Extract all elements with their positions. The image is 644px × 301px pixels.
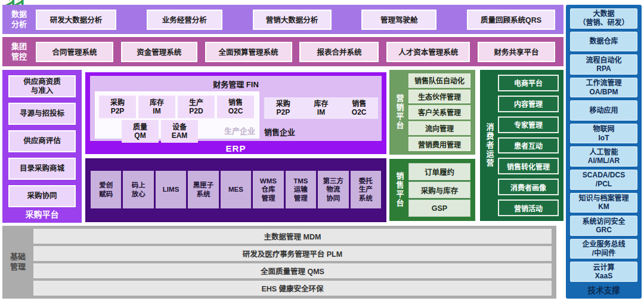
marketing-platform-label: 营销平台 — [392, 73, 407, 151]
budget-mgmt-block: 全面预算管理系统 — [205, 42, 292, 62]
marketing-items: 销售队伍自动化 生态伙伴管理 客户关系管理 流向管理 营销费用管理 — [408, 73, 470, 151]
management-cockpit-block: 管理驾驶舱 — [361, 10, 436, 30]
procurement-platform-label: 采购平台 — [8, 207, 76, 222]
third-party-logistics-block: 第三方 物流 协同 — [318, 171, 348, 208]
module-o2c-sales: 销售 O2C — [340, 97, 378, 119]
tech-support-label: 技术支撑 — [570, 285, 637, 297]
module-p2p-sales: 采购 P2P — [264, 97, 302, 119]
mdm-bar: 主数据管理 MDM — [33, 229, 552, 244]
business-operation-analysis-block: 业务经营分析 — [147, 10, 222, 30]
supplier-evaluation-block: 供应商评估 — [8, 130, 76, 152]
ai-ml-ar-block: 人工智能 AI/ML/AR — [570, 146, 637, 167]
iot-block: 物联网 IoT — [570, 124, 637, 144]
tms-transport-block: TMS 运输 管理 — [286, 171, 316, 208]
sales-force-automation-block: 销售队伍自动化 — [408, 73, 470, 88]
crm-block: 客户关系管理 — [408, 105, 470, 119]
foundation-items: 主数据管理 MDM 研发及医疗事务管理平台 PLM 全面质量管理 QMS EHS… — [33, 229, 552, 296]
lims-block: LIMS — [156, 171, 186, 208]
module-im: 库存 IM — [138, 96, 175, 118]
xaas-cloud-block: 云计算 XaaS — [570, 262, 637, 282]
enterprise-architecture-diagram: 羽 数据 分析 研发大数据分析 业务经营分析 营销大数据分析 管理驾驶舱 质量回… — [0, 0, 644, 301]
marketing-campaign-block: 营销活动 — [498, 199, 559, 216]
module-qm: 质量 QM — [122, 120, 159, 143]
fin-module-area: 财务管理 FIN 采购 P2P 库存 IM 生产 P2D 销售 O2C 质量 Q… — [90, 76, 382, 141]
aichuang-coding-block: 爱创 赋码 — [91, 171, 121, 208]
module-eam: 设备 EAM — [161, 120, 198, 143]
km-block: 知识与档案管理 KM — [570, 193, 637, 213]
group-control-band: 集团 管控 合同管理系统 资金管理系统 全面预算管理系统 报表合并系统 人才资本… — [2, 37, 564, 66]
quality-review-qrs-block: 质量回顾系统QRS — [467, 10, 555, 30]
human-capital-mgmt-block: 人才资本管理系统 — [386, 42, 470, 62]
erp-section: 财务管理 FIN 采购 P2P 库存 IM 生产 P2D 销售 O2C 质量 Q… — [85, 72, 386, 154]
module-im-sales: 库存 IM — [302, 97, 340, 119]
rd-bigdata-analysis-block: 研发大数据分析 — [36, 10, 116, 30]
oa-bpm-block: 工作流管理 OA/BPM — [570, 78, 637, 98]
sales-platform-label: 销售平台 — [392, 163, 407, 217]
plm-bar: 研发及医疗事务管理平台 PLM — [33, 246, 552, 261]
contract-mgmt-block: 合同管理系统 — [36, 42, 113, 62]
execution-systems-section: 爱创 赋码 码上 放心 LIMS 黑匣子 系统 MES WMS 仓库 管理 TM… — [85, 158, 386, 222]
supplier-qualification-block: 供应商资质 与准入 — [8, 75, 76, 97]
catalog-procurement-mall-block: 目录采购商城 — [8, 158, 76, 180]
gsp-block: GSP — [408, 199, 470, 217]
sales-enterprise-modules: 采购 P2P 库存 IM 销售 O2C — [264, 97, 378, 119]
bigdata-block: 大数据 （营销、研发） — [570, 8, 637, 29]
sourcing-bidding-block: 寻源与招投标 — [8, 103, 76, 125]
mes-block: MES — [221, 171, 251, 208]
mashangfangxin-block: 码上 放心 — [123, 171, 153, 208]
consumer-operations-section: 消费者运营 电商平台 内容管理 专家管理 患者互动 销售转化管理 消费者画像 营… — [480, 70, 564, 221]
module-o2c: 销售 O2C — [217, 96, 254, 118]
data-warehouse-block: 数据仓库 — [570, 32, 637, 52]
production-enterprise-group: 采购 P2P 库存 IM 生产 P2D 销售 O2C 质量 QM 设备 EAM … — [95, 91, 259, 139]
treasury-mgmt-block: 资金管理系统 — [121, 42, 197, 62]
report-consolidation-block: 报表合并系统 — [299, 42, 379, 62]
data-analysis-band-label: 数据 分析 — [6, 10, 32, 29]
procurement-collaboration-block: 采购协同 — [8, 185, 76, 207]
sales-conversion-mgmt-block: 销售转化管理 — [498, 158, 559, 174]
sales-enterprise-label: 销售企业 — [264, 126, 295, 137]
group-control-items: 合同管理系统 资金管理系统 全面预算管理系统 报表合并系统 人才资本管理系统 财… — [32, 42, 564, 62]
production-modules-row2: 质量 QM 设备 EAM — [122, 120, 198, 143]
foundation-mgmt-label: 基础 管理 — [2, 252, 33, 272]
sales-platform-items: 订单履约 采购与库存 GSP — [408, 163, 470, 217]
sales-platform-section: 销售平台 订单履约 采购与库存 GSP — [389, 159, 475, 221]
module-p2d: 生产 P2D — [178, 96, 215, 118]
purchase-inventory-block: 采购与库存 — [408, 182, 470, 199]
order-fulfillment-block: 订单履约 — [408, 163, 470, 180]
flow-mgmt-block: 流向管理 — [408, 121, 470, 136]
production-modules-row1: 采购 P2P 库存 IM 生产 P2D 销售 O2C — [99, 96, 254, 118]
ecommerce-platform-block: 电商平台 — [498, 75, 559, 91]
consumer-operations-label: 消费者运营 — [482, 75, 497, 216]
production-enterprise-label: 生产企业 — [224, 125, 255, 136]
rpa-block: 流程自动化 RPA — [570, 54, 637, 75]
esb-middleware-block: 企业服务总线 /中间件 — [570, 239, 637, 259]
fin-title: 财务管理 FIN — [90, 78, 382, 90]
marketing-bigdata-analysis-block: 营销大数据分析 — [253, 10, 332, 30]
consumer-operations-items: 电商平台 内容管理 专家管理 患者互动 销售转化管理 消费者画像 营销活动 — [498, 75, 559, 216]
group-control-band-label: 集团 管控 — [6, 42, 32, 62]
module-p2p: 采购 P2P — [99, 96, 136, 118]
black-box-system-block: 黑匣子 系统 — [188, 171, 218, 208]
marketing-expense-mgmt-block: 营销费用管理 — [408, 137, 470, 151]
contract-manufacturing-block: 委托 生产 系统 — [351, 171, 381, 208]
scada-dcs-pcl-block: SCADA/DCS /PCL — [570, 170, 637, 190]
data-analysis-items: 研发大数据分析 业务经营分析 营销大数据分析 管理驾驶舱 质量回顾系统QRS — [32, 10, 564, 30]
procurement-platform-section: 供应商资质 与准入 寻源与招投标 供应商评估 目录采购商城 采购协同 采购平台 — [2, 70, 82, 223]
qms-bar: 全面质量管理 QMS — [33, 263, 552, 278]
foundation-mgmt-section: 基础 管理 主数据管理 MDM 研发及医疗事务管理平台 PLM 全面质量管理 Q… — [2, 226, 556, 299]
erp-label: ERP — [85, 143, 386, 153]
marketing-platform-section: 营销平台 销售队伍自动化 生态伙伴管理 客户关系管理 流向管理 营销费用管理 — [389, 70, 475, 155]
eco-partner-mgmt-block: 生态伙伴管理 — [408, 90, 470, 104]
grc-block: 系统访问安全 GRC — [570, 216, 637, 236]
expert-mgmt-block: 专家管理 — [498, 116, 559, 133]
procurement-items: 供应商资质 与准入 寻源与招投标 供应商评估 目录采购商城 采购协同 — [8, 75, 76, 207]
data-analysis-band: 数据 分析 研发大数据分析 业务经营分析 营销大数据分析 管理驾驶舱 质量回顾系… — [2, 5, 564, 34]
consumer-profile-block: 消费者画像 — [498, 179, 559, 195]
patient-interaction-block: 患者互动 — [498, 137, 559, 154]
tech-support-section: 大数据 （营销、研发） 数据仓库 流程自动化 RPA 工作流管理 OA/BPM … — [566, 5, 642, 299]
content-mgmt-block: 内容管理 — [498, 96, 559, 112]
ehs-bar: EHS 健康安全环保 — [33, 281, 552, 296]
mobile-apps-block: 移动应用 — [570, 100, 637, 121]
wms-warehouse-block: WMS 仓库 管理 — [253, 171, 283, 208]
finance-shared-platform-block: 财务共享平台 — [478, 42, 555, 62]
